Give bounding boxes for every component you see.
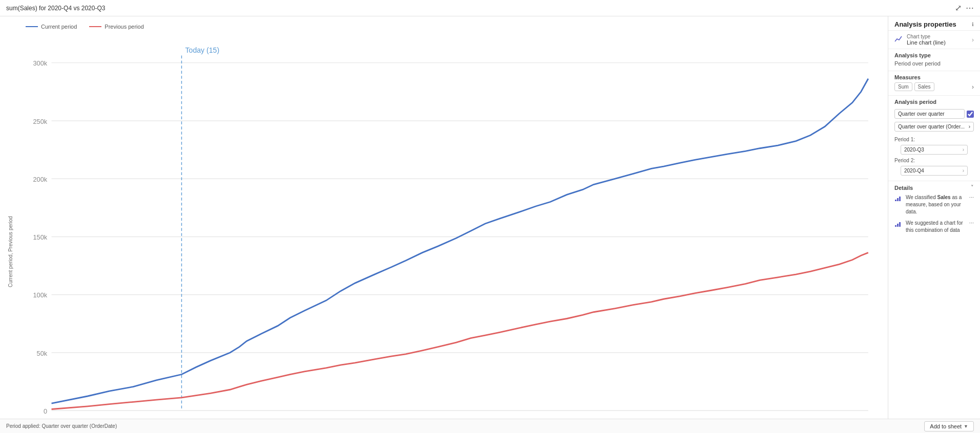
period2-row: Period 2: 2020-Q4 › bbox=[894, 157, 974, 176]
detail-item-1: We classified Sales as a measure, based … bbox=[894, 194, 974, 215]
detail-icon-1 bbox=[894, 194, 902, 203]
analysis-type-label: Analysis type bbox=[894, 52, 974, 58]
svg-rect-36 bbox=[895, 200, 896, 201]
analysis-period-section: Analysis period Quarter over quarter Qua… bbox=[888, 95, 980, 181]
add-to-sheet-button[interactable]: Add to sheet ▼ bbox=[924, 421, 974, 431]
legend: Current period Previous period bbox=[5, 21, 883, 34]
details-section: Details ˅ We classified Sales as a measu… bbox=[888, 181, 980, 241]
measures-arrow[interactable]: › bbox=[972, 83, 974, 91]
analysis-type-value: Period over period bbox=[894, 60, 974, 67]
period-select[interactable]: Quarter over quarter bbox=[894, 109, 965, 119]
analysis-period-label: Analysis period bbox=[894, 99, 974, 105]
svg-rect-37 bbox=[897, 198, 899, 201]
measures-section: Measures Sum Sales › bbox=[888, 71, 980, 95]
period2-arrow: › bbox=[963, 168, 964, 174]
detail-more-1[interactable]: ··· bbox=[969, 194, 974, 200]
period1-arrow: › bbox=[963, 147, 964, 153]
details-header: Details ˅ bbox=[894, 184, 974, 191]
add-to-sheet-label: Add to sheet bbox=[930, 423, 962, 429]
period-button-row: Quarter over quarter (Order... › bbox=[894, 121, 974, 133]
add-to-sheet-arrow: ▼ bbox=[964, 424, 968, 429]
period-expand-arrow: › bbox=[969, 124, 970, 129]
details-title: Details bbox=[894, 185, 913, 191]
previous-period-line bbox=[52, 253, 868, 409]
chart-type-arrow[interactable]: › bbox=[972, 36, 974, 44]
chart-type-row: Chart type Line chart (line) › bbox=[888, 30, 980, 49]
svg-text:250k: 250k bbox=[33, 118, 48, 125]
period1-row: Period 1: 2020-Q3 › bbox=[894, 136, 974, 155]
period-applied-text: Period applied: Quarter over quarter (Or… bbox=[6, 423, 117, 429]
period1-label: Period 1: bbox=[894, 137, 915, 142]
right-panel: Analysis properties ℹ Chart type Line ch… bbox=[888, 16, 980, 419]
svg-text:300k: 300k bbox=[33, 59, 48, 67]
chart-type-label: Chart type bbox=[907, 34, 946, 39]
chart-svg: 0 50k 100k 150k 200k 250k 300k 1 5 10 15… bbox=[15, 34, 883, 419]
chart-title: sum(Sales) for 2020-Q4 vs 2020-Q3 bbox=[6, 5, 105, 12]
title-bar: sum(Sales) for 2020-Q4 vs 2020-Q3 ⤢ ⋯ bbox=[0, 0, 980, 16]
period-expand-label: Quarter over quarter (Order... bbox=[898, 124, 965, 129]
bottom-bar: Period applied: Quarter over quarter (Or… bbox=[0, 419, 980, 433]
analysis-type-section: Analysis type Period over period bbox=[888, 49, 980, 71]
svg-text:100k: 100k bbox=[33, 291, 48, 299]
svg-rect-38 bbox=[899, 197, 901, 201]
svg-text:Today (15): Today (15) bbox=[185, 46, 220, 54]
period-dropdown-row: Quarter over quarter bbox=[894, 107, 974, 121]
period1-value: 2020-Q3 bbox=[904, 147, 924, 153]
current-period-line bbox=[52, 79, 868, 403]
svg-rect-40 bbox=[897, 224, 899, 227]
svg-text:150k: 150k bbox=[33, 233, 48, 241]
detail-text-1: We classified Sales as a measure, based … bbox=[906, 194, 965, 215]
period2-label: Period 2: bbox=[894, 158, 915, 163]
period-checkbox[interactable] bbox=[967, 111, 974, 118]
svg-text:50k: 50k bbox=[37, 350, 48, 357]
chart-inner: 0 50k 100k 150k 200k 250k 300k 1 5 10 15… bbox=[15, 34, 883, 419]
chart-type-info: Chart type Line chart (line) bbox=[907, 34, 946, 46]
chart-area: Current period Previous period Current p… bbox=[0, 16, 888, 419]
legend-current-label: Current period bbox=[41, 24, 77, 30]
detail-item-2: We suggested a chart for this combinatio… bbox=[894, 220, 974, 234]
legend-line-current bbox=[26, 26, 38, 27]
svg-rect-39 bbox=[895, 225, 896, 227]
sum-button[interactable]: Sum bbox=[894, 82, 912, 91]
panel-title: Analysis properties bbox=[894, 20, 956, 28]
panel-info-icon[interactable]: ℹ bbox=[972, 21, 974, 27]
main-content: Current period Previous period Current p… bbox=[0, 16, 980, 419]
expand-icon[interactable]: ⤢ bbox=[955, 3, 962, 13]
detail-icon-2 bbox=[894, 220, 902, 229]
measures-label: Measures bbox=[894, 74, 974, 80]
legend-current: Current period bbox=[26, 24, 77, 30]
more-icon[interactable]: ⋯ bbox=[966, 3, 974, 13]
legend-previous-label: Previous period bbox=[105, 24, 143, 30]
period2-value: 2020-Q4 bbox=[904, 168, 924, 174]
svg-text:200k: 200k bbox=[33, 176, 48, 183]
chart-container: Current period, Previous period 0 50k 10… bbox=[5, 34, 883, 419]
legend-previous: Previous period bbox=[89, 24, 143, 30]
detail-more-2[interactable]: ··· bbox=[969, 220, 974, 226]
y-axis-label: Current period, Previous period bbox=[5, 34, 15, 419]
period-expand-button[interactable]: Quarter over quarter (Order... › bbox=[894, 122, 974, 132]
line-chart-icon bbox=[894, 35, 903, 45]
details-chevron[interactable]: ˅ bbox=[971, 184, 974, 191]
sales-button[interactable]: Sales bbox=[914, 82, 934, 91]
chart-type-value: Line chart (line) bbox=[907, 39, 946, 46]
period1-value-row[interactable]: 2020-Q3 › bbox=[901, 145, 968, 155]
period2-value-row[interactable]: 2020-Q4 › bbox=[901, 166, 968, 176]
svg-text:0: 0 bbox=[44, 407, 47, 415]
detail-text-2: We suggested a chart for this combinatio… bbox=[906, 220, 965, 234]
title-bar-actions: ⤢ ⋯ bbox=[955, 3, 974, 13]
measures-row: Sum Sales › bbox=[894, 82, 974, 91]
svg-rect-41 bbox=[899, 222, 901, 227]
legend-line-previous bbox=[89, 26, 101, 27]
